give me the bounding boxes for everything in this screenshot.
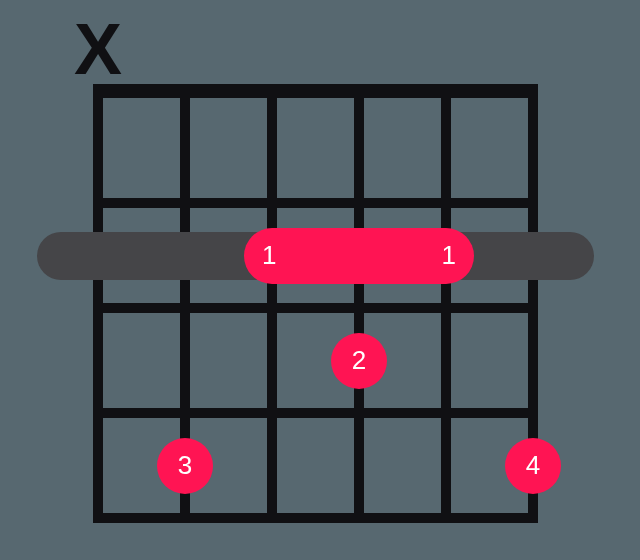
fret-line [93, 198, 538, 208]
barre-finger-right: 1 [442, 240, 456, 271]
string-line [441, 84, 451, 518]
barre-finger-left: 1 [262, 240, 276, 271]
chord-diagram: X 1 1 234 [0, 0, 640, 560]
finger-dot: 3 [157, 438, 213, 494]
fret-line [93, 303, 538, 313]
finger-number: 4 [526, 450, 540, 481]
finger-number: 2 [352, 345, 366, 376]
fret-line [93, 408, 538, 418]
mute-indicator: X [74, 8, 122, 90]
string-line [354, 84, 364, 518]
string-line [267, 84, 277, 518]
fret-line [93, 513, 538, 523]
nut [93, 84, 538, 98]
finger-dot: 2 [331, 333, 387, 389]
finger-dot: 4 [505, 438, 561, 494]
string-line [93, 84, 103, 518]
finger-number: 3 [178, 450, 192, 481]
barre: 1 1 [244, 228, 474, 284]
